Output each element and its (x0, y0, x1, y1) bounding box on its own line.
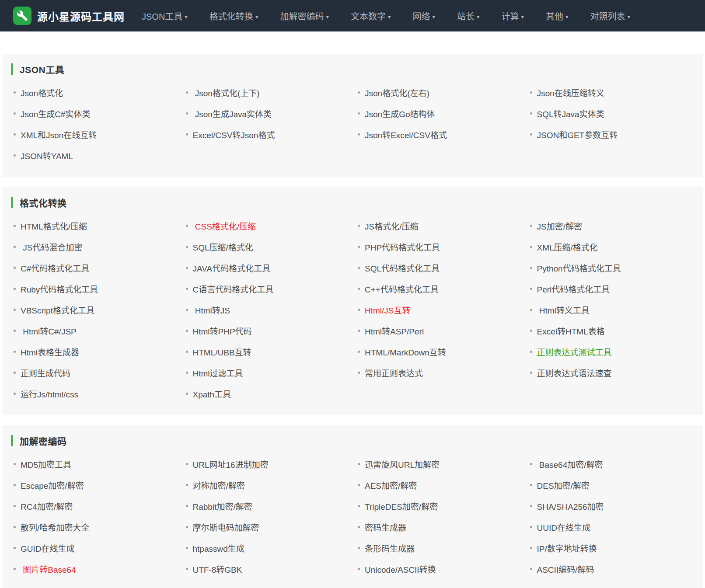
nav-item-comparison-list[interactable]: 对照列表 ▾ (579, 0, 642, 31)
tool-link[interactable]: Rabbit加密/解密 (193, 500, 252, 512)
tool-link[interactable]: Unicode/ASCII转换 (365, 563, 436, 575)
nav-item-other[interactable]: 其他 ▾ (535, 0, 579, 31)
list-item: 正则表达式测试工具 (525, 341, 697, 362)
list-item: CSS格式化/压缩 (181, 215, 353, 236)
tool-link[interactable]: C++代码格式化工具 (365, 283, 439, 295)
tool-link[interactable]: XML和Json在线互转 (21, 129, 97, 140)
tool-link[interactable]: GUID在线生成 (21, 542, 75, 554)
tool-link[interactable]: SQL代码格式化工具 (365, 262, 440, 274)
bullet-icon (530, 267, 532, 269)
bullet-icon (358, 330, 360, 332)
bullet-icon (14, 246, 16, 248)
tool-link[interactable]: 条形码生成器 (365, 542, 415, 554)
tool-link[interactable]: 对称加密/解密 (193, 479, 245, 491)
tool-link[interactable]: TripleDES加密/解密 (365, 500, 438, 512)
tool-link[interactable]: Html过滤工具 (193, 367, 243, 379)
tool-link[interactable]: JS格式化/压缩 (365, 220, 418, 232)
bullet-icon (14, 330, 16, 332)
tool-link[interactable]: SQL压缩/格式化 (193, 241, 253, 253)
tool-link[interactable]: Base64加密/解密 (537, 458, 603, 470)
tool-link[interactable]: SQL转Java实体类 (537, 108, 604, 119)
nav-item-encrypt-encode[interactable]: 加解密编码 ▾ (269, 0, 340, 31)
tool-link[interactable]: Excel转HTML表格 (537, 325, 605, 337)
nav-item-network[interactable]: 网络 ▾ (401, 0, 446, 31)
tool-link[interactable]: IP/数字地址转换 (537, 542, 597, 554)
tool-link[interactable]: C#代码格式化工具 (21, 262, 89, 274)
tool-link[interactable]: 正则生成代码 (21, 367, 70, 379)
tool-link[interactable]: UTF-8转GBK (193, 563, 242, 575)
tool-link[interactable]: Html转ASP/Perl (365, 325, 424, 337)
tool-link[interactable]: Json格式化 (21, 87, 63, 98)
tool-link[interactable]: ASCII编码/解码 (537, 563, 594, 575)
tool-link[interactable]: JAVA代码格式化工具 (193, 262, 271, 274)
tool-link[interactable]: AES加密/解密 (365, 479, 417, 491)
bullet-icon (530, 288, 532, 290)
tool-link[interactable]: 摩尔斯电码加解密 (193, 521, 259, 533)
tool-link[interactable]: VBScript格式化工具 (21, 304, 94, 316)
page-content: JSON工具 Json格式化 Json格式化(上下) Json格式化(左右) J… (0, 31, 705, 588)
chevron-down-icon: ▾ (521, 14, 524, 20)
tool-link[interactable]: Json转Excel/CSV格式 (365, 129, 447, 140)
bullet-icon (186, 393, 188, 395)
tool-link[interactable]: XML压缩/格式化 (537, 241, 598, 253)
tool-link[interactable]: CSS格式化/压缩 (193, 220, 256, 232)
main-nav: JSON工具 ▾ 格式化转换 ▾ 加解密编码 ▾ 文本数字 ▾ 网络 ▾ 站长 … (131, 0, 641, 31)
list-item: Python代码格式化工具 (525, 257, 697, 278)
tool-link[interactable]: Python代码格式化工具 (537, 262, 621, 274)
tool-link[interactable]: UUID在线生成 (537, 521, 590, 533)
tool-link[interactable]: Ruby代码格式化工具 (21, 283, 98, 295)
tool-link[interactable]: 常用正则表达式 (365, 367, 423, 379)
nav-item-calculate[interactable]: 计算 ▾ (491, 0, 535, 31)
tool-link[interactable]: JSON和GET参数互转 (537, 129, 618, 140)
tool-link[interactable]: 迅雷旋风URL加解密 (365, 458, 440, 470)
tool-link[interactable]: 散列/哈希加密大全 (21, 521, 89, 533)
tool-link[interactable]: 密码生成器 (365, 521, 406, 533)
tool-link[interactable]: Json生成Go结构体 (365, 108, 435, 119)
tool-link[interactable]: Json格式化(左右) (365, 87, 429, 98)
nav-item-json-tools[interactable]: JSON工具 ▾ (131, 0, 199, 31)
tool-link[interactable]: 正则表达式测试工具 (537, 346, 612, 358)
accent-bar (11, 435, 13, 446)
tool-link[interactable]: JS加密/解密 (537, 220, 582, 232)
tool-link[interactable]: Html转义工具 (537, 304, 590, 316)
tool-link[interactable]: Json在线压缩转义 (537, 87, 604, 98)
list-item: Excel/CSV转Json格式 (181, 124, 353, 145)
tool-link[interactable]: Json格式化(上下) (193, 87, 260, 98)
tool-link[interactable]: 图片转Base64 (21, 563, 76, 575)
tool-link[interactable]: Json生成C#实体类 (21, 108, 90, 119)
tool-link[interactable]: C语言代码格式化工具 (193, 283, 274, 295)
tool-link[interactable]: Html转JS (193, 304, 230, 316)
tool-link[interactable]: Html转C#/JSP (21, 325, 77, 337)
tool-link[interactable]: PHP代码格式化工具 (365, 241, 440, 253)
tool-link[interactable]: Html表格生成器 (21, 346, 79, 358)
tool-link[interactable]: RC4加密/解密 (21, 500, 73, 512)
tool-link[interactable]: Html转PHP代码 (193, 325, 252, 337)
tool-link[interactable]: htpasswd生成 (193, 542, 244, 554)
tool-link[interactable]: JSON转YAML (21, 150, 73, 161)
bullet-icon (14, 154, 16, 157)
list-item: Json在线压缩转义 (525, 82, 697, 103)
tool-link[interactable]: JS代码混合加密 (21, 241, 82, 253)
tool-link[interactable]: Xpath工具 (193, 388, 231, 400)
tool-link[interactable]: URL网址16进制加密 (193, 458, 269, 470)
tool-link[interactable]: DES加密/解密 (537, 479, 590, 491)
list-item: Json生成Java实体类 (181, 103, 353, 124)
tool-link[interactable]: HTML格式化/压缩 (21, 220, 87, 232)
tool-link[interactable]: 运行Js/html/css (21, 388, 78, 400)
tool-link[interactable]: MD5加密工具 (21, 458, 71, 470)
nav-item-label: 文本数字 (351, 10, 386, 22)
nav-item-format-convert[interactable]: 格式化转换 ▾ (199, 0, 269, 31)
tool-link[interactable]: Html/JS互转 (365, 304, 411, 316)
brand[interactable]: 源小星源码工具网 (13, 7, 125, 25)
tool-link[interactable]: HTML/UBB互转 (193, 346, 251, 358)
tool-link[interactable]: 正则表达式语法速查 (537, 367, 612, 379)
tool-link[interactable]: SHA/SHA256加密 (537, 500, 604, 512)
nav-item-webmaster[interactable]: 站长 ▾ (446, 0, 491, 31)
tool-link[interactable]: Json生成Java实体类 (193, 108, 272, 119)
tool-link[interactable]: HTML/MarkDown互转 (365, 346, 446, 358)
tool-link[interactable]: Escape加密/解密 (21, 479, 84, 491)
tool-link[interactable]: Excel/CSV转Json格式 (193, 129, 275, 140)
tool-link[interactable]: Perl代码格式化工具 (537, 283, 610, 295)
nav-item-text-number[interactable]: 文本数字 ▾ (340, 0, 402, 31)
bullet-icon (186, 288, 188, 290)
